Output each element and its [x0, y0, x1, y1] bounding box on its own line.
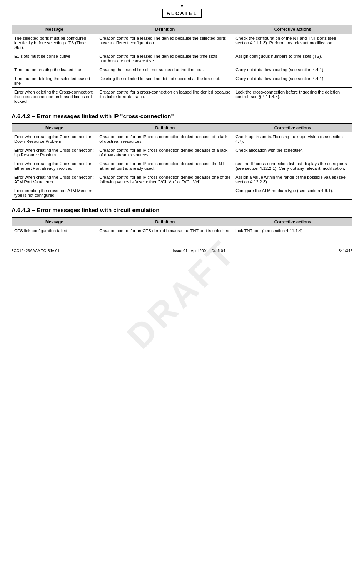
col-header-message-1: Message	[12, 25, 97, 34]
table-cell-message: Error when creating the Cross-connection…	[12, 146, 97, 159]
table-cell-message: Error when creating the Cross-connection…	[12, 159, 97, 173]
table-cell-message: Error creating the cross-co : ATM Medium…	[12, 186, 97, 200]
table-cell-definition: Creating the leased line did not succeed…	[97, 65, 233, 74]
table-cell-message: Error when creating the Cross-connection…	[12, 173, 97, 186]
table-cell-definition: Creation control for an IP cross-connect…	[97, 132, 233, 146]
table-cell-definition: Creation control for an CES denied becau…	[97, 226, 233, 235]
table-cell-message: E1 slots must be conse-cutive	[12, 52, 97, 65]
section2-title: A.6.4.2 – Error messages linked with IP …	[12, 113, 352, 119]
logo-box: ALCATEL	[162, 9, 202, 18]
table-cell-message: Error when deleting the Cross-connection…	[12, 88, 97, 106]
footer-right: 341/346	[339, 249, 352, 253]
table-cell-action: Check allocation with the scheduler.	[233, 146, 352, 159]
table-cell-definition: Creation control for a leased line denie…	[97, 52, 233, 65]
table-cell-definition: Creation control for a leased line denie…	[97, 34, 233, 52]
table-cell-action: Carry out data downloading (see section …	[233, 74, 352, 88]
table-cell-message: Time out on creating the leased line	[12, 65, 97, 74]
table-row: Error when creating the Cross-connection…	[12, 159, 352, 173]
table-cell-action: Check the configuration of the NT and TN…	[233, 34, 352, 52]
col-header-definition-3: Definition	[97, 218, 233, 226]
table-cell-definition	[97, 186, 233, 200]
table-cell-action: Configure the ATM medium type (see secti…	[233, 186, 352, 200]
table-row: Error when creating the Cross-connection…	[12, 173, 352, 186]
table-cell-message: CES link configuration failed	[12, 226, 97, 235]
table-row: E1 slots must be conse-cutiveCreation co…	[12, 52, 352, 65]
col-header-definition-1: Definition	[97, 25, 233, 34]
table-section3: Message Definition Corrective actions CE…	[12, 217, 352, 235]
table-section1: Message Definition Corrective actions Th…	[12, 25, 352, 106]
col-header-message-3: Message	[12, 218, 97, 226]
table-cell-action: Lock the cross-connection before trigger…	[233, 88, 352, 106]
col-header-definition-2: Definition	[97, 124, 233, 132]
table-cell-action: Check upstream traffic using the supervi…	[233, 132, 352, 146]
table-cell-action: Assign a value within the range of the p…	[233, 173, 352, 186]
logo-triangle: ▼	[12, 4, 352, 8]
table-row: Time out on deleting the selected leased…	[12, 74, 352, 88]
table-cell-action: lock TNT port (see section 4.11.1.4)	[233, 226, 352, 235]
table-cell-action: see the IP cross-connection list that di…	[233, 159, 352, 173]
table-cell-definition: Creation control for an IP cross-connect…	[97, 173, 233, 186]
table-row: The selected ports must be configured id…	[12, 34, 352, 52]
table-cell-definition: Creation control for an IP cross-connect…	[97, 146, 233, 159]
col-header-actions-2: Corrective actions	[233, 124, 352, 132]
footer-left: 3CC12426AAAA TQ BJA 01	[12, 249, 60, 253]
table-row: Time out on creating the leased lineCrea…	[12, 65, 352, 74]
table-section2: Message Definition Corrective actions Er…	[12, 123, 352, 200]
table-cell-action: Carry out data downloading (see section …	[233, 65, 352, 74]
table-row: Error when creating the Cross-connection…	[12, 132, 352, 146]
col-header-message-2: Message	[12, 124, 97, 132]
footer-center: Issue 01 - April 2001 - Draft 04	[173, 249, 225, 253]
section3-title: A.6.4.3 – Error messages linked with cir…	[12, 207, 352, 213]
table-cell-definition: Creation control for a cross-connection …	[97, 88, 233, 106]
table-cell-definition: Creation control for an IP cross-connect…	[97, 159, 233, 173]
table-cell-message: Time out on deleting the selected leased…	[12, 74, 97, 88]
header-logo: ▼ ALCATEL	[12, 4, 352, 18]
table-row: Error creating the cross-co : ATM Medium…	[12, 186, 352, 200]
table-cell-definition: Deleting the selected leased line did no…	[97, 74, 233, 88]
table-cell-message: The selected ports must be configured id…	[12, 34, 97, 52]
col-header-actions-1: Corrective actions	[233, 25, 352, 34]
table-cell-action: Assign contiguous numbers to time slots …	[233, 52, 352, 65]
footer: 3CC12426AAAA TQ BJA 01 Issue 01 - April …	[12, 247, 352, 253]
table-row: Error when deleting the Cross-connection…	[12, 88, 352, 106]
table-row: Error when creating the Cross-connection…	[12, 146, 352, 159]
col-header-actions-3: Corrective actions	[233, 218, 352, 226]
table-cell-message: Error when creating the Cross-connection…	[12, 132, 97, 146]
table-row: CES link configuration failedCreation co…	[12, 226, 352, 235]
